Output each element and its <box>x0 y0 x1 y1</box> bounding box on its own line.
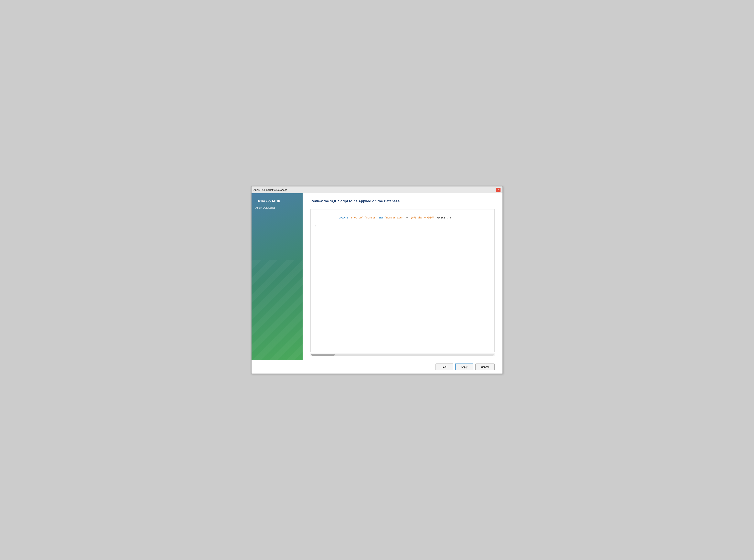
main-content: Review the SQL Script to be Applied on t… <box>302 193 502 360</box>
line-number-1: 1 <box>311 212 320 216</box>
dialog-footer: Back Apply Cancel <box>252 360 502 374</box>
sidebar: Review SQL Script Apply SQL Script <box>252 193 302 360</box>
code-table-db: `shop_db` <box>350 216 363 219</box>
sidebar-item-apply-sql-script[interactable]: Apply SQL Script <box>252 204 302 211</box>
title-bar: Apply SQL Script to Database × <box>252 186 502 193</box>
code-content-1: UPDATE `shop_db`.`member` SET `member_ad… <box>320 212 494 224</box>
cancel-button[interactable]: Cancel <box>475 363 495 371</box>
code-line-2: 2 <box>311 224 494 229</box>
sidebar-item-review-sql-script[interactable]: Review SQL Script <box>252 197 302 204</box>
scrollbar-track <box>311 354 494 356</box>
horizontal-scrollbar[interactable] <box>311 353 495 356</box>
sidebar-item-label: Review SQL Script <box>255 199 280 202</box>
close-button[interactable]: × <box>496 188 500 192</box>
code-col-member-addr: `member_addr` <box>385 216 405 219</box>
code-keyword-update: UPDATE <box>339 216 350 219</box>
dialog-body: Review SQL Script Apply SQL Script Revie… <box>252 193 502 360</box>
apply-button[interactable]: Apply <box>455 363 473 371</box>
code-table-member: `member` <box>365 216 377 219</box>
code-keyword-set: SET <box>379 216 385 219</box>
sidebar-item-label: Apply SQL Script <box>255 206 275 209</box>
scrollbar-thumb[interactable] <box>311 354 335 356</box>
section-title: Review the SQL Script to be Applied on t… <box>311 199 495 203</box>
code-area[interactable]: 1 UPDATE `shop_db`.`member` SET `member_… <box>311 209 495 352</box>
line-number-2: 2 <box>311 225 320 229</box>
code-line-1: 1 UPDATE `shop_db`.`member` SET `member_… <box>311 212 494 224</box>
dialog-title: Apply SQL Script to Database <box>254 188 287 192</box>
dialog-window: Apply SQL Script to Database × Review SQ… <box>251 186 503 374</box>
code-value-address: '영국 런던 먹자골목' <box>410 216 436 219</box>
back-button[interactable]: Back <box>436 363 453 371</box>
